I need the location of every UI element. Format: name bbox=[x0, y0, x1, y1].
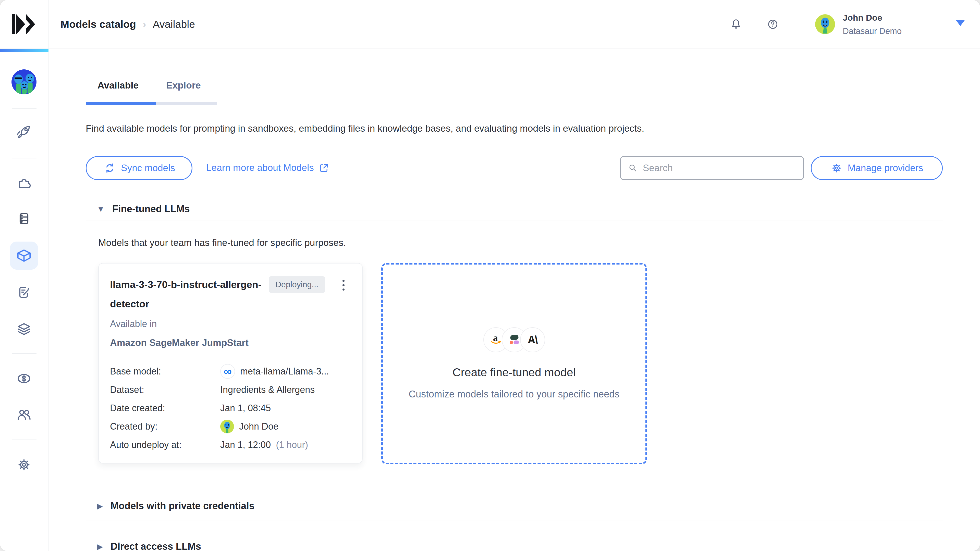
learn-more-label: Learn more about Models bbox=[206, 162, 314, 173]
tab-available[interactable]: Available bbox=[97, 80, 138, 91]
breadcrumb: Models catalog › Available bbox=[60, 0, 195, 48]
sidebar-item-billing[interactable] bbox=[16, 370, 32, 387]
page-description: Find available models for prompting in s… bbox=[86, 123, 644, 134]
tab-explore[interactable]: Explore bbox=[166, 80, 201, 91]
field-row-base-model: Base model: ∞ meta-llama/Llama-3... bbox=[110, 362, 351, 381]
field-row-dataset: Dataset: Ingredients & Allergens bbox=[110, 381, 351, 399]
sidebar-item-models-active[interactable] bbox=[10, 241, 38, 270]
search-input[interactable] bbox=[643, 163, 797, 173]
create-fine-tuned-model-card[interactable]: a A\ Create fine-tuned model Customize m… bbox=[381, 263, 647, 464]
section-title: Fine-tuned LLMs bbox=[112, 203, 190, 214]
manage-providers-label: Manage providers bbox=[848, 163, 923, 173]
bell-icon bbox=[729, 17, 743, 31]
section-description: Models that your team has fine-tuned for… bbox=[98, 238, 346, 248]
user-texts: John Doe Datasaur Demo bbox=[843, 13, 902, 36]
svg-text:a: a bbox=[493, 332, 498, 343]
manage-providers-button[interactable]: Manage providers bbox=[811, 156, 943, 180]
sidebar-item-labeling[interactable] bbox=[16, 284, 32, 300]
sync-models-label: Sync models bbox=[121, 163, 175, 173]
model-card-fields: Base model: ∞ meta-llama/Llama-3... Data… bbox=[110, 362, 351, 454]
sidebar-divider bbox=[12, 353, 37, 354]
model-card-title: llama-3-3-70-b-instruct-allergen-detecto… bbox=[110, 275, 271, 314]
section-fine-tuned-llms-toggle[interactable]: ▼ Fine-tuned LLMs bbox=[97, 203, 190, 214]
sidebar bbox=[0, 48, 48, 551]
breadcrumb-current-page: Available bbox=[153, 18, 195, 30]
field-value: Ingredients & Allergens bbox=[220, 384, 315, 395]
top-header: Models catalog › Available bbox=[0, 0, 980, 48]
datasaur-logo-icon bbox=[12, 14, 36, 34]
section-divider bbox=[86, 220, 943, 221]
user-menu[interactable]: John Doe Datasaur Demo bbox=[815, 0, 902, 48]
user-avatar bbox=[220, 420, 234, 433]
notifications-button[interactable] bbox=[729, 17, 743, 31]
caret-down-icon[interactable] bbox=[956, 20, 965, 26]
sidebar-item-sandbox[interactable] bbox=[16, 124, 32, 140]
field-label: Dataset: bbox=[110, 384, 220, 395]
field-label: Date created: bbox=[110, 403, 220, 413]
server-icon bbox=[16, 210, 32, 227]
learn-more-link[interactable]: Learn more about Models bbox=[206, 162, 330, 174]
app-window: Models catalog › Available bbox=[0, 0, 980, 551]
help-icon bbox=[766, 17, 780, 31]
section-title: Models with private credentials bbox=[110, 500, 255, 511]
field-label: Base model: bbox=[110, 366, 220, 377]
triangle-right-icon: ▶ bbox=[97, 502, 103, 510]
status-badge: Deploying... bbox=[269, 276, 325, 293]
breadcrumb-section[interactable]: Models catalog bbox=[60, 18, 136, 30]
anthropic-mark: A\ bbox=[528, 333, 538, 346]
external-link-icon bbox=[318, 162, 330, 174]
sidebar-accent-bar bbox=[0, 49, 48, 52]
rocket-icon bbox=[16, 124, 32, 140]
sidebar-item-workspaces[interactable] bbox=[16, 321, 32, 337]
sidebar-item-extensions[interactable] bbox=[16, 174, 32, 191]
search-field[interactable] bbox=[620, 156, 804, 180]
breadcrumb-separator: › bbox=[143, 19, 146, 30]
anthropic-icon: A\ bbox=[520, 327, 545, 352]
sidebar-divider bbox=[12, 440, 37, 440]
triangle-down-icon: ▼ bbox=[97, 205, 105, 213]
sidebar-item-settings[interactable] bbox=[16, 457, 32, 473]
field-row-date-created: Date created: Jan 1, 08:45 bbox=[110, 399, 351, 417]
dollar-icon bbox=[16, 370, 32, 387]
header-divider bbox=[798, 0, 798, 48]
user-workspace: Datasaur Demo bbox=[843, 26, 902, 36]
tab-indicator-active bbox=[86, 102, 156, 105]
section-direct-access-toggle[interactable]: ▶ Direct access LLMs bbox=[97, 541, 201, 551]
gear-icon bbox=[16, 457, 32, 473]
create-card-title: Create fine-tuned model bbox=[383, 366, 646, 379]
provider-name: Amazon SageMaker JumpStart bbox=[110, 338, 248, 348]
meta-logo-icon: ∞ bbox=[220, 364, 235, 379]
field-row-auto-undeploy: Auto undeploy at: Jan 1, 12:00 (1 hour) bbox=[110, 436, 351, 454]
section-divider bbox=[86, 520, 943, 520]
section-private-credentials-toggle[interactable]: ▶ Models with private credentials bbox=[97, 500, 255, 511]
triangle-right-icon: ▶ bbox=[97, 542, 103, 551]
sidebar-item-members[interactable] bbox=[16, 407, 32, 423]
help-button[interactable] bbox=[766, 17, 780, 31]
users-icon bbox=[16, 407, 32, 423]
sync-models-button[interactable]: Sync models bbox=[86, 156, 192, 180]
datasaur-logo[interactable] bbox=[0, 0, 48, 48]
user-avatar bbox=[815, 14, 835, 34]
field-note: (1 hour) bbox=[276, 440, 308, 450]
field-value: Jan 1, 12:00 bbox=[220, 440, 271, 450]
user-name: John Doe bbox=[843, 13, 902, 23]
layers-icon bbox=[16, 321, 32, 337]
gear-icon bbox=[830, 162, 843, 175]
tab-indicator-track bbox=[156, 102, 217, 105]
sidebar-divider bbox=[12, 108, 37, 109]
field-value: John Doe bbox=[239, 421, 278, 432]
cube-icon bbox=[16, 247, 32, 264]
section-title: Direct access LLMs bbox=[110, 541, 201, 551]
sidebar-divider bbox=[12, 158, 37, 159]
search-icon bbox=[628, 162, 638, 174]
kebab-menu-button[interactable] bbox=[339, 278, 348, 293]
form-edit-icon bbox=[16, 284, 32, 300]
team-avatar bbox=[11, 69, 37, 94]
field-row-created-by: Created by: John Doe bbox=[110, 417, 351, 436]
field-label: Created by: bbox=[110, 421, 220, 432]
sidebar-item-datasets[interactable] bbox=[16, 210, 32, 227]
field-value: meta-llama/Llama-3... bbox=[240, 366, 329, 377]
puzzle-icon bbox=[16, 174, 32, 191]
field-value: Jan 1, 08:45 bbox=[220, 403, 271, 413]
sidebar-item-team[interactable] bbox=[11, 69, 37, 94]
